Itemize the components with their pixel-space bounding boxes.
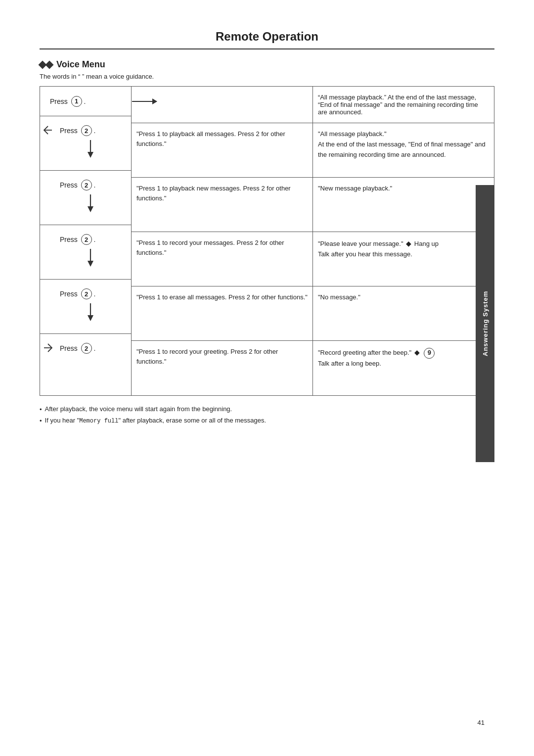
footer-notes: • After playback, the voice menu will st… (40, 404, 494, 426)
down-arrow-2 (55, 190, 126, 216)
press2-text-3: Press (60, 236, 78, 243)
section-title: Voice Menu (40, 59, 494, 70)
svg-marker-6 (88, 261, 93, 267)
press2-num-3: 2 (81, 234, 92, 245)
right-text-3: "Please leave your message." (318, 240, 403, 247)
right-cell-1: "All message playback."At the end of the… (313, 123, 494, 177)
press2-dot-2: . (92, 181, 96, 189)
press1-num: 1 (71, 96, 82, 107)
right-arrow-icon (132, 101, 157, 102)
press2-dot-3: . (92, 236, 96, 243)
press1-dot: . (82, 97, 86, 105)
mid-text-3: "Press 1 to record your messages. Press … (136, 239, 284, 256)
down-arrow-1 (55, 136, 126, 162)
left-press-row-2: Press 2 . (40, 171, 131, 225)
press2-num-5: 2 (81, 343, 92, 354)
mid-text-5: "Press 1 to record your greeting. Press … (136, 348, 278, 365)
data-rows: "Press 1 to playback all messages. Press… (132, 123, 494, 395)
diamond-icon-2 (45, 60, 54, 69)
press2-dot-4: . (92, 290, 96, 298)
press2-label-1: Press 2 . (55, 125, 95, 136)
page-number: 41 (478, 719, 485, 726)
note2-text: If you hear "Memory full" after playback… (45, 415, 267, 426)
hangup-icon: ◆ (406, 238, 411, 249)
svg-marker-4 (88, 206, 93, 212)
left-exit-arrow-icon (43, 343, 53, 353)
press2-label-2: Press 2 . (55, 180, 95, 190)
mid-text-1: "Press 1 to playback all messages. Press… (136, 130, 285, 147)
data-row-1: "Press 1 to playback all messages. Press… (132, 123, 494, 178)
right-text-5b: Talk after a long beep. (318, 360, 381, 367)
footer-note-1: • After playback, the voice menu will st… (40, 404, 494, 415)
press2-dot-1: . (92, 127, 96, 135)
hangup-label: Hang up (414, 240, 439, 247)
note1-text: After playback, the voice menu will star… (45, 404, 232, 415)
mid-cell-3: "Press 1 to record your messages. Press … (132, 232, 313, 286)
press2-dot-5: . (92, 344, 96, 352)
left-press-row-4: Press 2 . (40, 280, 131, 334)
right-table: “All message playback.” At the end of th… (131, 86, 494, 396)
press2-text-2: Press (60, 181, 78, 189)
subtitle: The words in “ ” mean a voice guidance. (40, 73, 494, 80)
right-cell-3: "Please leave your message." ◆ Hang up T… (313, 232, 494, 286)
svg-marker-2 (88, 152, 93, 158)
mid-cell-1: "Press 1 to playback all messages. Press… (132, 123, 313, 177)
down-arrow-3 (55, 245, 126, 271)
small-arrow-icon: ◆ (414, 347, 420, 358)
press1-cell: Press 1 . (40, 87, 131, 116)
press2-text-4: Press (60, 290, 78, 298)
press2-label-5: Press 2 . (55, 343, 95, 354)
left-press-row-1: Press 2 . (40, 116, 131, 171)
mid-cell-4: "Press 1 to erase all messages. Press 2 … (132, 286, 313, 340)
press2-num-4: 2 (81, 288, 92, 299)
top-right-row: “All message playback.” At the end of th… (132, 87, 494, 123)
press2-label-3: Press 2 . (55, 234, 95, 245)
mid-text-2: "Press 1 to playback new messages. Press… (136, 185, 291, 202)
sidebar-tab: Answering System (476, 185, 494, 462)
right-text-5a: "Record greeting after the beep." (318, 349, 411, 356)
main-content: Press 1 . Press 2 . (40, 86, 494, 396)
press1-label: Press 1 . (50, 96, 86, 107)
bullet-2: • (40, 416, 42, 426)
right-cell-4: "No message." (313, 286, 494, 340)
right-cell-5: "Record greeting after the beep." ◆ 9 Ta… (313, 341, 494, 395)
mid-text-4: "Press 1 to erase all messages. Press 2 … (136, 293, 308, 301)
down-arrow-4 (55, 299, 126, 325)
data-row-3: "Press 1 to record your messages. Press … (132, 232, 494, 286)
top-right-desc-text: “All message playback.” At the end of th… (318, 94, 489, 116)
press2-label-4: Press 2 . (55, 288, 95, 299)
svg-marker-8 (88, 315, 93, 321)
right-text-4: "No message." (318, 293, 360, 301)
left-column: Press 1 . Press 2 . (40, 86, 131, 396)
right-text-1: "All message playback."At the end of the… (318, 130, 486, 158)
sidebar-label: Answering System (482, 291, 489, 356)
left-press-row-5: Press 2 . (40, 334, 131, 388)
mid-cell-2: "Press 1 to playback new messages. Press… (132, 178, 313, 232)
right-text-2: "New message playback." (318, 185, 392, 192)
left-entry-arrow-icon (43, 125, 53, 135)
section-title-text: Voice Menu (56, 59, 105, 70)
top-right-desc: “All message playback.” At the end of th… (313, 87, 494, 123)
page-title: Remote Operation (40, 0, 494, 49)
top-right-spacer (132, 87, 313, 123)
data-row-4: "Press 1 to erase all messages. Press 2 … (132, 286, 494, 341)
press2-num-1: 2 (81, 125, 92, 136)
press1-text: Press (50, 97, 68, 105)
press2-num-2: 2 (81, 180, 92, 190)
nine-circle: 9 (424, 348, 435, 359)
data-row-5: "Press 1 to record your greeting. Press … (132, 341, 494, 395)
footer-note-2: • If you hear "Memory full" after playba… (40, 415, 494, 426)
left-press-row-3: Press 2 . (40, 225, 131, 280)
press2-text-5: Press (60, 344, 78, 352)
diamond-icons (40, 62, 53, 68)
right-text-3b: Talk after you hear this message. (318, 250, 412, 258)
bullet-1: • (40, 404, 42, 415)
press2-text-1: Press (60, 127, 78, 135)
mid-cell-5: "Press 1 to record your greeting. Press … (132, 341, 313, 395)
memory-full-text: Memory full (79, 418, 118, 425)
data-row-2: "Press 1 to playback new messages. Press… (132, 178, 494, 232)
right-cell-2: "New message playback." (313, 178, 494, 232)
